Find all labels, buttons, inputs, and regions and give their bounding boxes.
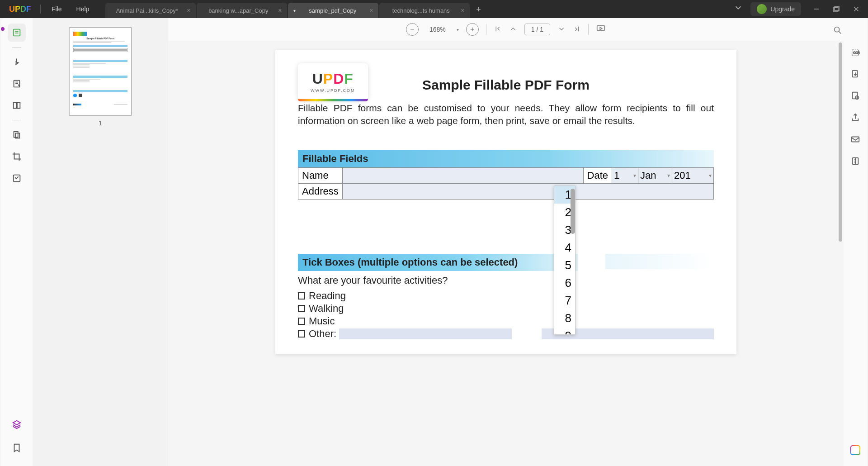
share-icon[interactable] (848, 110, 863, 125)
separator (486, 24, 486, 35)
dropdown-option[interactable]: 9 (554, 327, 575, 335)
page-thumbnail[interactable]: Sample Fillable PDF Form (69, 27, 132, 116)
zoom-level: 168% (426, 26, 449, 33)
help-menu[interactable]: Help (69, 2, 97, 16)
day-value: 1 (614, 170, 619, 181)
checkbox-icon[interactable] (298, 292, 305, 300)
protect-icon[interactable] (848, 89, 863, 103)
checkbox-other[interactable]: Other: (298, 328, 714, 340)
zoom-dropdown-icon[interactable]: ▾ (457, 27, 459, 32)
checkbox-walking[interactable]: Walking (298, 303, 714, 314)
tab-sample-pdf[interactable]: ▾ sample_pdf_Copy × (288, 3, 378, 18)
left-sidebar (1, 18, 33, 466)
day-select[interactable]: 1 ▾ (612, 167, 638, 183)
separator (588, 24, 589, 35)
upgrade-button[interactable]: Upgrade (750, 2, 801, 16)
ai-assistant-button[interactable] (850, 445, 860, 455)
layers-icon[interactable] (8, 415, 26, 433)
address-label: Address (298, 183, 343, 199)
dropdown-option[interactable]: 7 (554, 292, 575, 309)
comment-tool-icon[interactable] (8, 53, 26, 71)
name-input[interactable] (342, 167, 583, 183)
tab-label: Animal Pai...kills_Copy* (111, 7, 183, 14)
dropdown-option[interactable]: 4 (554, 239, 575, 257)
tab-animal[interactable]: Animal Pai...kills_Copy* × (105, 3, 196, 18)
convert-icon[interactable] (848, 67, 863, 81)
app-logo: UPDF (4, 5, 37, 14)
next-page-button[interactable] (557, 25, 566, 34)
close-button[interactable] (848, 2, 864, 16)
close-icon[interactable]: × (369, 7, 373, 14)
search-button[interactable] (833, 25, 843, 37)
checkbox-icon[interactable] (298, 318, 305, 325)
year-value: 201 (674, 170, 691, 181)
page-sep: / (536, 26, 538, 33)
zoom-in-button[interactable]: + (466, 23, 479, 36)
main-layout: Sample Fillable PDF Form (1, 18, 867, 466)
tickbox-question: What are your favourite activities? (298, 275, 714, 286)
other-input[interactable] (339, 328, 511, 339)
divider (12, 47, 21, 48)
document-viewer: − 168% ▾ + 1 / 1 (168, 18, 844, 466)
email-icon[interactable] (848, 132, 863, 147)
title-bar: UPDF File Help Animal Pai...kills_Copy* … (0, 0, 868, 18)
dropdown-scrollbar[interactable] (571, 189, 575, 234)
bookmark-icon[interactable] (8, 439, 26, 457)
first-page-button[interactable] (494, 25, 502, 34)
document-toolbar: − 168% ▾ + 1 / 1 (168, 18, 844, 41)
svg-line-16 (839, 32, 841, 34)
close-icon[interactable]: × (187, 7, 190, 14)
checkbox-icon[interactable] (298, 330, 305, 338)
scrollbar[interactable] (839, 43, 842, 242)
tab-technolog[interactable]: technolog...ts humans × (379, 3, 470, 18)
edit-tool-icon[interactable] (8, 75, 26, 93)
last-page-button[interactable] (573, 25, 581, 34)
page-indicator[interactable]: 1 / 1 (524, 24, 550, 35)
upgrade-label: Upgrade (770, 5, 795, 13)
thumbnail-page-number: 1 (99, 119, 102, 127)
redact-tool-icon[interactable] (8, 126, 26, 144)
dropdown-option[interactable]: 6 (554, 274, 575, 292)
section-header-fillable: Fillable Fields (298, 150, 714, 167)
dropdown-option[interactable]: 5 (554, 257, 575, 274)
svg-rect-2 (834, 7, 838, 12)
checkbox-icon[interactable] (298, 305, 305, 312)
form-tool-icon[interactable] (8, 169, 26, 187)
chevron-down-icon: ▾ (667, 172, 670, 179)
checkbox-label: Other: (309, 328, 336, 340)
document-scroll-area[interactable]: UPDF WWW.UPDF.COM Sample Fillable PDF Fo… (168, 41, 844, 466)
checkbox-music[interactable]: Music (298, 315, 714, 327)
chevron-down-icon[interactable]: ▾ (293, 8, 296, 13)
minimize-button[interactable] (808, 2, 825, 16)
month-value: Jan (640, 170, 656, 181)
new-tab-button[interactable]: + (471, 1, 486, 18)
crop-tool-icon[interactable] (8, 147, 26, 166)
chevron-down-icon: ▾ (633, 172, 636, 179)
file-menu[interactable]: File (44, 2, 69, 16)
year-select[interactable]: 201 ▾ (672, 167, 714, 183)
close-icon[interactable]: × (461, 7, 464, 14)
month-select[interactable]: Jan ▾ (638, 167, 672, 183)
svg-rect-10 (17, 103, 20, 109)
tab-banking[interactable]: banking w...apar_Copy × (197, 3, 287, 18)
section-header-tickboxes: Tick Boxes (multiple options can be sele… (298, 254, 578, 271)
compress-icon[interactable] (848, 154, 863, 168)
tab-overflow-dropdown[interactable] (730, 0, 747, 18)
presentation-mode-button[interactable] (596, 24, 606, 35)
address-input[interactable] (342, 183, 713, 199)
svg-point-15 (835, 27, 840, 32)
day-dropdown-list[interactable]: 1 2 3 4 5 6 7 8 9 (554, 185, 576, 335)
ocr-icon[interactable]: OCR (848, 45, 863, 60)
close-icon[interactable]: × (278, 7, 282, 14)
zoom-out-button[interactable]: − (406, 23, 419, 36)
prev-page-button[interactable] (509, 25, 517, 34)
pdf-page: UPDF WWW.UPDF.COM Sample Fillable PDF Fo… (275, 50, 736, 354)
checkbox-reading[interactable]: Reading (298, 290, 714, 302)
organize-pages-icon[interactable] (8, 96, 26, 114)
window-controls (808, 2, 864, 16)
dropdown-option[interactable]: 8 (554, 309, 575, 327)
tab-label: sample_pdf_Copy (299, 7, 366, 14)
svg-rect-9 (14, 103, 16, 109)
maximize-button[interactable] (828, 2, 844, 16)
reader-mode-icon[interactable] (8, 24, 26, 42)
